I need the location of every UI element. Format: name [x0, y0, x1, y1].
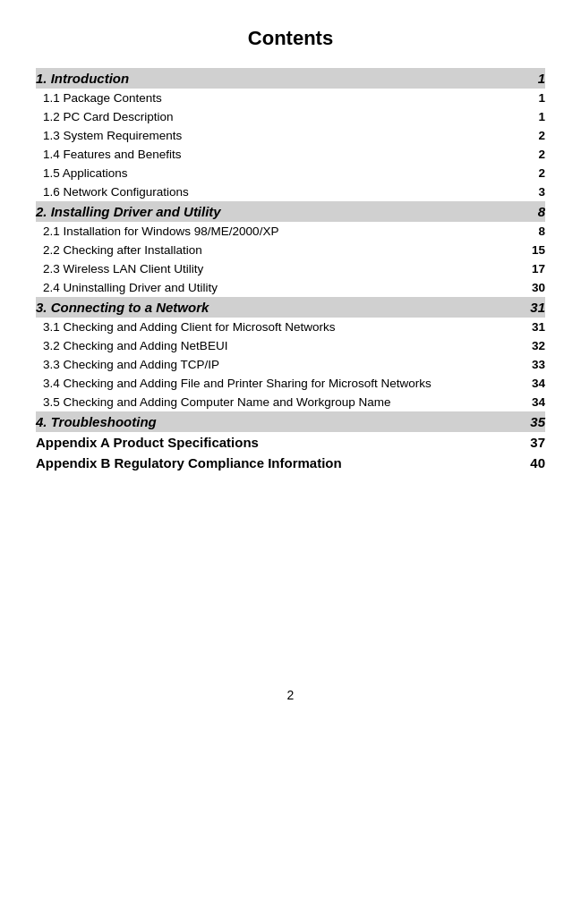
entry-label: 1.2 PC Card Description: [36, 107, 518, 126]
entry-label: 2.2 Checking after Installation: [36, 241, 518, 259]
entry-page: 30: [518, 278, 545, 297]
entry-page: 2: [518, 126, 545, 145]
entry-label: 1.4 Features and Benefits: [36, 145, 518, 164]
section-header-page: 1: [518, 68, 545, 89]
toc-entry-row: 3.2 Checking and Adding NetBEUI32: [36, 336, 545, 355]
entry-label: 1.3 System Requirements: [36, 126, 518, 145]
entry-label: 1.5 Applications: [36, 164, 518, 182]
entry-label: 3.3 Checking and Adding TCP/IP: [36, 355, 518, 374]
appendix-page: 40: [518, 453, 545, 473]
toc-entry-row: 2.2 Checking after Installation15: [36, 241, 545, 259]
toc-entry-row: 1.4 Features and Benefits2: [36, 145, 545, 164]
toc-entry-row: 3.1 Checking and Adding Client for Micro…: [36, 318, 545, 336]
entry-page: 2: [518, 145, 545, 164]
section-header-label: 2. Installing Driver and Utility: [36, 201, 518, 222]
appendix-page: 37: [518, 432, 545, 453]
page-title: Contents: [36, 27, 545, 50]
toc-appendix-row: Appendix A Product Specifications37: [36, 432, 545, 453]
entry-page: 31: [518, 318, 545, 336]
entry-page: 1: [518, 89, 545, 107]
entry-label: 1.1 Package Contents: [36, 89, 518, 107]
toc-entry-row: 2.3 Wireless LAN Client Utility17: [36, 259, 545, 278]
spacer: [36, 473, 545, 652]
page-footer: 2: [36, 652, 545, 702]
toc-entry-row: 3.5 Checking and Adding Computer Name an…: [36, 393, 545, 411]
toc-entry-row: 1.2 PC Card Description1: [36, 107, 545, 126]
entry-label: 3.5 Checking and Adding Computer Name an…: [36, 393, 518, 411]
appendix-label: Appendix A Product Specifications: [36, 432, 518, 453]
toc-appendix-row: Appendix B Regulatory Compliance Informa…: [36, 453, 545, 473]
toc-entry-row: 1.1 Package Contents1: [36, 89, 545, 107]
toc-entry-row: 3.4 Checking and Adding File and Printer…: [36, 374, 545, 393]
entry-page: 2: [518, 164, 545, 182]
toc-section-header: 2. Installing Driver and Utility8: [36, 201, 545, 222]
entry-page: 32: [518, 336, 545, 355]
entry-page: 17: [518, 259, 545, 278]
section-header-page: 31: [518, 297, 545, 318]
entry-page: 34: [518, 393, 545, 411]
toc-entry-row: 2.4 Uninstalling Driver and Utility30: [36, 278, 545, 297]
toc-entry-row: 1.5 Applications2: [36, 164, 545, 182]
toc-section-header: 1. Introduction1: [36, 68, 545, 89]
entry-label: 1.6 Network Configurations: [36, 182, 518, 201]
entry-label: 3.1 Checking and Adding Client for Micro…: [36, 318, 518, 336]
entry-page: 3: [518, 182, 545, 201]
entry-label: 2.1 Installation for Windows 98/ME/2000/…: [36, 222, 518, 241]
section-header-page: 35: [518, 411, 545, 432]
toc-section-header: 4. Troubleshooting35: [36, 411, 545, 432]
section-header-label: 3. Connecting to a Network: [36, 297, 518, 318]
toc-entry-row: 1.3 System Requirements2: [36, 126, 545, 145]
entry-page: 33: [518, 355, 545, 374]
entry-page: 34: [518, 374, 545, 393]
section-header-page: 8: [518, 201, 545, 222]
entry-label: 2.3 Wireless LAN Client Utility: [36, 259, 518, 278]
toc-table: 1. Introduction11.1 Package Contents11.2…: [36, 68, 545, 473]
section-header-label: 4. Troubleshooting: [36, 411, 518, 432]
toc-entry-row: 3.3 Checking and Adding TCP/IP33: [36, 355, 545, 374]
toc-section-header: 3. Connecting to a Network31: [36, 297, 545, 318]
toc-entry-row: 1.6 Network Configurations3: [36, 182, 545, 201]
page-number: 2: [287, 688, 295, 702]
entry-page: 1: [518, 107, 545, 126]
entry-page: 8: [518, 222, 545, 241]
appendix-label: Appendix B Regulatory Compliance Informa…: [36, 453, 518, 473]
entry-label: 2.4 Uninstalling Driver and Utility: [36, 278, 518, 297]
page-container: Contents 1. Introduction11.1 Package Con…: [0, 0, 581, 738]
entry-label: 3.2 Checking and Adding NetBEUI: [36, 336, 518, 355]
entry-label: 3.4 Checking and Adding File and Printer…: [36, 374, 518, 393]
toc-entry-row: 2.1 Installation for Windows 98/ME/2000/…: [36, 222, 545, 241]
entry-page: 15: [518, 241, 545, 259]
section-header-label: 1. Introduction: [36, 68, 518, 89]
